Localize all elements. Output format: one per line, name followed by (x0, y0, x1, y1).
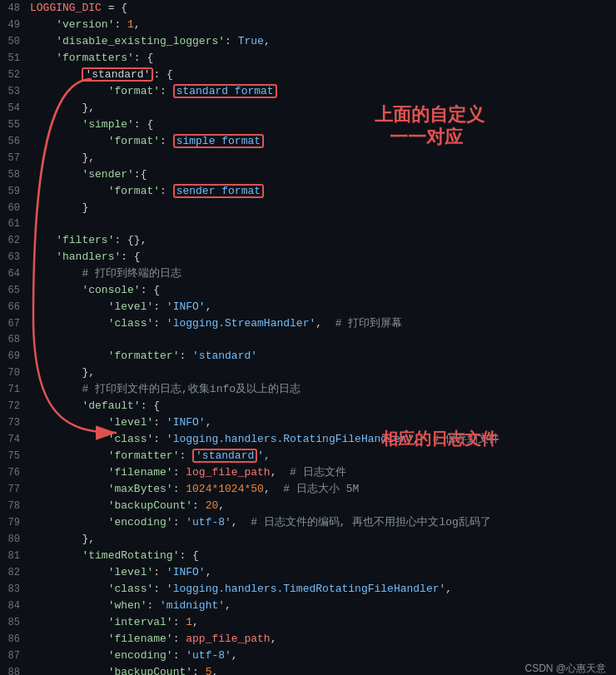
code-line: 73 'level': 'INFO', (0, 414, 616, 431)
line-content: 'backupCount': 5, (30, 664, 609, 675)
code-line: 79 'encoding': 'utf-8', # 日志文件的编码, 再也不用担… (0, 514, 616, 531)
code-line: 76 'filename': log_file_path, # 日志文件 (0, 464, 616, 481)
code-line: 85 'interval': 1, (0, 614, 616, 631)
line-number: 68 (0, 332, 30, 348)
line-content: 'formatter': 'standard', (30, 448, 609, 464)
code-line: 50 'disable_existing_loggers': True, (0, 33, 616, 50)
line-content: }, (30, 531, 609, 547)
line-number: 84 (0, 598, 30, 614)
line-number: 80 (0, 532, 30, 548)
line-content: 'level': 'INFO', (30, 564, 609, 580)
line-number: 77 (0, 482, 30, 498)
line-number: 62 (0, 233, 30, 249)
line-content: 'formatters': { (30, 50, 609, 66)
code-line: 66 'level': 'INFO', (0, 299, 616, 315)
line-number: 82 (0, 565, 30, 581)
footer-text: CSDN @心惠天意 (524, 663, 606, 674)
line-content: 'sender':{ (30, 166, 609, 182)
line-content: 'handlers': { (30, 249, 609, 265)
code-line: 75 'formatter': 'standard', (0, 448, 616, 464)
code-line: 56 'format': simple format (0, 133, 616, 150)
highlight-format-value: simple format (173, 134, 264, 148)
line-content: 'level': 'INFO', (30, 299, 609, 315)
line-content: 'maxBytes': 1024*1024*50, # 日志大小 5M (30, 481, 609, 497)
line-content: 'class': 'logging.handlers.TimedRotating… (30, 581, 609, 597)
code-container: 48LOGGING_DIC = {49 'version': 1,50 'dis… (0, 0, 616, 675)
line-number: 87 (0, 648, 30, 664)
code-line: 69 'formatter': 'standard' (0, 348, 616, 365)
code-line: 84 'when': 'midnight', (0, 598, 616, 614)
highlight-formatter-value: 'standard (192, 449, 257, 463)
line-number: 74 (0, 432, 30, 448)
line-number: 49 (0, 17, 30, 33)
highlight-format-value: standard format (173, 84, 277, 98)
code-block: 48LOGGING_DIC = {49 'version': 1,50 'dis… (0, 0, 616, 675)
code-line: 65 'console': { (0, 282, 616, 299)
line-number: 75 (0, 449, 30, 464)
line-number: 70 (0, 365, 30, 381)
code-line: 68 (0, 332, 616, 348)
line-number: 64 (0, 266, 30, 282)
line-content: 'standard': { (30, 67, 609, 82)
line-content: 'disable_existing_loggers': True, (30, 33, 609, 49)
code-line: 63 'handlers': { (0, 249, 616, 266)
code-line: 88 'backupCount': 5, (0, 664, 616, 675)
code-line: 59 'format': sender format (0, 183, 616, 200)
code-line: 87 'encoding': 'utf-8', (0, 648, 616, 664)
code-line: 54 }, (0, 100, 616, 117)
line-number: 79 (0, 515, 30, 531)
line-number: 51 (0, 51, 30, 67)
line-number: 69 (0, 349, 30, 365)
line-content: }, (30, 365, 609, 380)
line-number: 55 (0, 117, 30, 133)
line-number: 67 (0, 316, 30, 332)
line-number: 58 (0, 167, 30, 183)
line-number: 86 (0, 632, 30, 648)
code-line: 70 }, (0, 365, 616, 381)
line-content: } (30, 200, 609, 216)
line-content: 'console': { (30, 282, 609, 298)
footer: CSDN @心惠天意 (524, 662, 606, 675)
line-number: 60 (0, 201, 30, 216)
line-content: LOGGING_DIC = { (30, 0, 609, 16)
line-content: 'encoding': 'utf-8', (30, 648, 609, 663)
code-line: 52 'standard': { (0, 67, 616, 83)
line-content: # 打印到终端的日志 (30, 266, 609, 281)
line-content: }, (30, 100, 609, 116)
line-number: 66 (0, 300, 30, 315)
highlight-format-value: sender format (173, 184, 264, 198)
line-number: 83 (0, 582, 30, 598)
code-line: 49 'version': 1, (0, 17, 616, 33)
code-line: 64 # 打印到终端的日志 (0, 266, 616, 282)
code-line: 86 'filename': app_file_path, (0, 631, 616, 648)
code-line: 55 'simple': { (0, 117, 616, 133)
line-content: 'class': 'logging.handlers.RotatingFileH… (30, 431, 609, 447)
code-line: 72 'default': { (0, 398, 616, 414)
highlight-standard-key: 'standard' (82, 67, 153, 82)
code-line: 57 }, (0, 150, 616, 166)
code-line: 61 (0, 216, 616, 232)
code-line: 81 'timedRotating': { (0, 548, 616, 564)
line-content: 'filters': {}, (30, 232, 609, 248)
line-content: }, (30, 150, 609, 166)
code-line: 71 # 打印到文件的日志,收集info及以上的日志 (0, 381, 616, 398)
line-content: 'when': 'midnight', (30, 598, 609, 613)
line-content: 'default': { (30, 398, 609, 414)
line-content: 'filename': app_file_path, (30, 631, 609, 647)
code-line: 60 } (0, 200, 616, 216)
line-content: 'format': standard format (30, 83, 609, 99)
line-number: 65 (0, 283, 30, 299)
code-line: 51 'formatters': { (0, 50, 616, 67)
code-line: 83 'class': 'logging.handlers.TimedRotat… (0, 581, 616, 598)
line-number: 53 (0, 84, 30, 100)
line-number: 81 (0, 548, 30, 564)
line-content: 'level': 'INFO', (30, 414, 609, 430)
line-number: 52 (0, 67, 30, 83)
line-number: 71 (0, 382, 30, 398)
line-content: 'encoding': 'utf-8', # 日志文件的编码, 再也不用担心中文… (30, 514, 609, 530)
code-line: 53 'format': standard format (0, 83, 616, 100)
code-line: 78 'backupCount': 20, (0, 498, 616, 514)
line-number: 73 (0, 415, 30, 431)
code-line: 80 }, (0, 531, 616, 548)
line-number: 48 (0, 1, 30, 17)
